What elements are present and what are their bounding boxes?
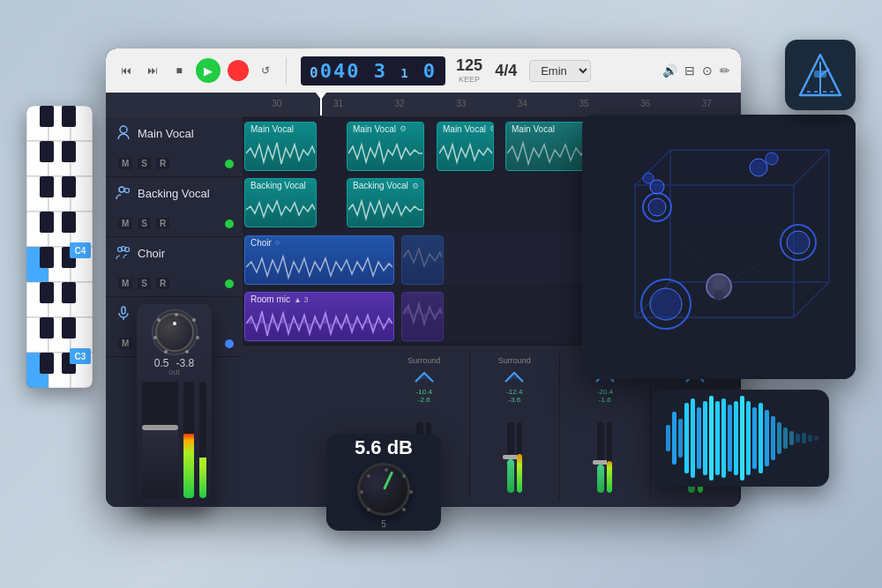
svg-rect-93 <box>709 396 714 480</box>
svg-rect-38 <box>40 353 54 374</box>
clip-backing-vocal-2[interactable]: Backing Vocal ⚙ <box>347 178 424 227</box>
svg-rect-30 <box>40 212 54 233</box>
svg-point-120 <box>402 474 406 478</box>
record-button[interactable] <box>228 60 249 81</box>
svg-rect-29 <box>62 176 76 197</box>
clip-backing-vocal-1[interactable]: Backing Vocal <box>244 178 317 227</box>
svg-rect-28 <box>40 176 54 197</box>
svg-rect-87 <box>672 412 676 465</box>
channel-label-1: Surround <box>407 356 440 365</box>
eq-icon[interactable]: ⊟ <box>684 63 695 78</box>
volume-icon[interactable]: 🔊 <box>662 63 677 78</box>
channel-meters-3: -20.4 -1.6 <box>597 388 613 404</box>
clip-choir-1[interactable]: Choir ○ <box>244 235 394 285</box>
svg-rect-90 <box>691 398 695 478</box>
ruler-mark-30: 30 <box>246 99 308 108</box>
main-vocal-name: Main Vocal <box>138 127 194 140</box>
clip-room-mic-1[interactable]: Room mic ▲ 3 <box>244 292 394 341</box>
track-active-1 <box>225 220 234 228</box>
track-header-backing-vocal: Backing Vocal M S R <box>106 177 243 237</box>
svg-rect-102 <box>765 410 769 466</box>
svg-rect-100 <box>752 407 757 469</box>
svg-rect-88 <box>678 419 683 458</box>
track-header-main-vocal: Main Vocal M S R <box>106 117 243 177</box>
playhead[interactable] <box>320 93 322 115</box>
svg-rect-114 <box>814 71 826 78</box>
svg-rect-96 <box>728 405 732 472</box>
svg-rect-105 <box>783 428 788 449</box>
tempo-display[interactable]: 125 KEEP <box>456 56 482 85</box>
svg-rect-110 <box>814 435 818 441</box>
time-signature: 4/4 <box>495 62 517 80</box>
svg-point-52 <box>175 313 178 316</box>
metronome-widget[interactable] <box>785 40 856 110</box>
svg-rect-27 <box>62 141 76 162</box>
fast-forward-button[interactable]: ⏭ <box>143 61 162 80</box>
svg-rect-97 <box>734 401 738 475</box>
svg-point-78 <box>766 153 778 165</box>
rewind-button[interactable]: ⏮ <box>116 61 136 80</box>
choir-name: Choir <box>138 247 165 260</box>
ruler-mark-37: 37 <box>676 99 737 108</box>
solo-btn-2[interactable]: S <box>138 278 151 289</box>
mute-btn-2[interactable]: M <box>118 278 132 289</box>
play-button[interactable]: ▶ <box>196 58 220 83</box>
timeline-header-corner <box>106 93 243 117</box>
channel-strip: 0.5 -3.8 out <box>137 304 212 507</box>
db-widget: 5.6 dB 5 <box>326 434 441 531</box>
clip-choir-partial[interactable] <box>401 235 444 285</box>
svg-point-77 <box>750 159 767 176</box>
transport-bar: ⏮ ⏭ ■ ▶ ↺ 0040 3 1 0 125 KEEP 4/4 Emin C… <box>106 48 741 93</box>
waveform-svg <box>657 394 825 482</box>
clip-room-mic-partial[interactable] <box>401 292 444 341</box>
svg-point-119 <box>385 468 388 472</box>
svg-point-74 <box>643 173 654 183</box>
position-display: 0040 3 1 0 <box>301 56 445 86</box>
rec-btn-2[interactable]: R <box>156 278 169 289</box>
svg-point-81 <box>714 290 724 301</box>
clip-main-vocal-2[interactable]: Main Vocal ⚙ <box>347 122 424 171</box>
svg-rect-32 <box>40 247 54 268</box>
solo-btn-1[interactable]: S <box>138 218 151 229</box>
svg-text:C3: C3 <box>75 352 86 361</box>
rec-btn-0[interactable]: R <box>156 158 169 169</box>
svg-rect-108 <box>802 433 806 443</box>
spatial-svg <box>582 115 856 379</box>
timeline-ruler: 30 31 32 33 34 35 36 37 <box>243 93 741 116</box>
ruler-mark-34: 34 <box>492 99 554 108</box>
strip-fader-area[interactable] <box>142 382 206 498</box>
ruler-marks: 30 31 32 33 34 35 36 37 <box>243 99 741 108</box>
loop-button[interactable]: ↺ <box>256 61 275 80</box>
separator <box>286 57 287 84</box>
svg-rect-106 <box>789 431 794 445</box>
svg-point-56 <box>164 350 168 354</box>
svg-rect-89 <box>684 403 689 473</box>
mute-btn-0[interactable]: M <box>118 158 132 169</box>
mute-btn-3[interactable]: M <box>118 338 132 349</box>
mute-btn-1[interactable]: M <box>118 218 132 229</box>
svg-rect-34 <box>40 282 54 303</box>
svg-point-57 <box>153 336 157 339</box>
channel-icon-1 <box>411 368 437 386</box>
edit-icon[interactable]: ✏ <box>720 63 730 78</box>
backing-vocal-icon <box>115 184 132 202</box>
channel-fader-area-3[interactable] <box>597 406 612 496</box>
svg-rect-24 <box>40 106 54 127</box>
pan-knob[interactable] <box>155 313 194 352</box>
db-knob[interactable] <box>357 463 410 516</box>
channel-meters-1: -10.4 -2.6 <box>416 388 432 404</box>
solo-btn-0[interactable]: S <box>138 158 151 169</box>
channel-fader-area-2[interactable] <box>507 406 522 496</box>
svg-point-53 <box>192 318 196 322</box>
svg-rect-35 <box>62 282 76 303</box>
clip-main-vocal-1[interactable]: Main Vocal <box>244 122 317 171</box>
svg-rect-36 <box>40 317 54 339</box>
rec-btn-1[interactable]: R <box>156 218 169 229</box>
stop-button[interactable]: ■ <box>169 61 189 80</box>
pan-value: 0.5 <box>154 357 169 369</box>
ruler-mark-35: 35 <box>553 99 615 108</box>
room-mic-icon <box>115 304 132 322</box>
settings-icon[interactable]: ⊙ <box>702 63 713 78</box>
key-selector[interactable]: Emin Cmaj Gmaj <box>529 60 591 82</box>
clip-main-vocal-3[interactable]: Main Vocal ⚙ <box>437 122 494 171</box>
